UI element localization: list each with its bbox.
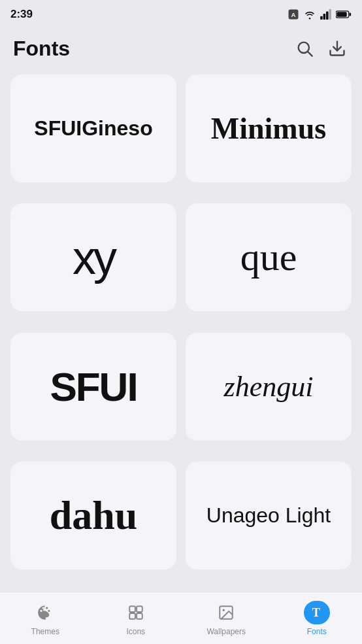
font-grid: SFUIGinesoMinimusxyqueSFUIzhenguidahuUna…	[0, 68, 362, 592]
status-bar: 2:39 A	[0, 0, 362, 29]
fonts-icon: T	[310, 605, 324, 620]
nav-item-icons[interactable]: Icons	[91, 596, 182, 641]
fonts-label: Fonts	[307, 627, 327, 636]
status-time: 2:39	[10, 8, 33, 21]
svg-rect-8	[350, 12, 352, 16]
themes-icon-wrap	[32, 601, 58, 624]
font-card-text-zhengui: zhengui	[224, 370, 314, 403]
themes-icon	[37, 604, 54, 621]
font-card-text-sfuigineso: SFUIGineso	[34, 116, 152, 141]
font-card-text-minimus: Minimus	[211, 111, 326, 146]
nav-item-fonts[interactable]: T Fonts	[272, 596, 363, 641]
svg-rect-3	[323, 14, 326, 20]
themes-label: Themes	[31, 627, 59, 636]
signal-icon	[320, 9, 332, 20]
font-card-text-xy: xy	[73, 231, 114, 284]
fonts-icon-wrap: T	[304, 601, 330, 624]
font-card-que[interactable]: que	[186, 203, 352, 311]
wifi-icon	[303, 9, 316, 20]
font-card-dahu[interactable]: dahu	[10, 462, 176, 569]
svg-text:T: T	[312, 606, 320, 619]
search-icon	[295, 39, 314, 58]
font-card-xy[interactable]: xy	[10, 203, 176, 311]
svg-point-17	[223, 609, 225, 611]
wallpapers-icon	[218, 604, 235, 621]
search-button[interactable]	[293, 37, 316, 60]
svg-text:A: A	[291, 11, 295, 18]
font-card-text-dahu: dahu	[50, 492, 137, 539]
status-icons: A	[288, 8, 352, 20]
nav-item-themes[interactable]: Themes	[0, 596, 91, 641]
download-icon	[328, 39, 346, 58]
icons-icon-wrap	[123, 601, 149, 624]
download-button[interactable]	[325, 37, 349, 60]
font-card-text-unageo: Unageo Light	[206, 503, 331, 528]
a-badge-icon: A	[288, 8, 299, 20]
battery-icon	[336, 10, 352, 19]
wallpapers-icon-wrap	[213, 601, 239, 624]
svg-rect-4	[326, 12, 329, 20]
font-card-text-que: que	[240, 235, 297, 280]
nav-item-wallpapers[interactable]: Wallpapers	[181, 596, 272, 641]
icons-icon	[127, 604, 144, 621]
page-title: Fonts	[13, 37, 70, 61]
font-card-sfui[interactable]: SFUI	[10, 333, 176, 441]
svg-rect-7	[337, 12, 346, 17]
wallpapers-label: Wallpapers	[206, 627, 246, 636]
font-card-zhengui[interactable]: zhengui	[186, 333, 352, 441]
font-card-text-sfui: SFUI	[50, 364, 137, 410]
font-card-unageo[interactable]: Unageo Light	[186, 462, 352, 569]
icons-label: Icons	[126, 627, 145, 636]
svg-rect-5	[329, 9, 331, 20]
page-header: Fonts	[0, 29, 362, 68]
svg-rect-2	[320, 16, 323, 20]
svg-line-10	[308, 52, 312, 56]
font-card-minimus[interactable]: Minimus	[186, 75, 352, 182]
bottom-nav: Themes Icons Wallpapers T	[0, 592, 362, 644]
header-actions	[293, 37, 349, 60]
font-card-sfuigineso[interactable]: SFUIGineso	[10, 75, 176, 182]
